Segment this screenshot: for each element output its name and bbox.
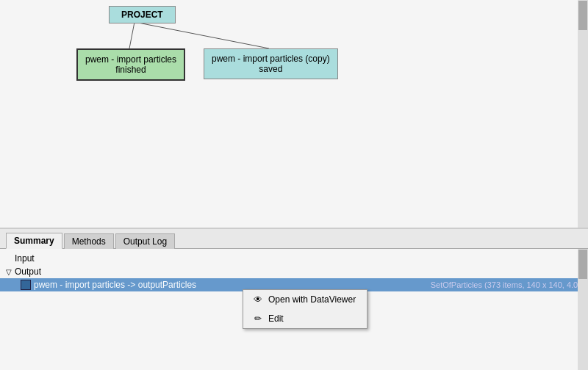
bottom-panel: Summary Methods Output Log Input ▽ Outpu… <box>0 228 588 370</box>
canvas-area: PROJECT pwem - import particles finished… <box>0 0 588 228</box>
tab-methods[interactable]: Methods <box>64 233 114 249</box>
tabs-bar: Summary Methods Output Log <box>0 229 588 249</box>
tree-input-item[interactable]: Input <box>0 252 588 265</box>
output-row-icon <box>21 280 31 290</box>
node-1-line2: finished <box>115 65 146 75</box>
context-menu-open-dataviewer[interactable]: 👁 Open with DataViewer <box>243 290 367 309</box>
tab-summary[interactable]: Summary <box>6 233 62 249</box>
panel-scrollbar[interactable] <box>578 249 588 370</box>
node-2-line1: pwem - import particles (copy) <box>212 54 330 64</box>
edit-label: Edit <box>268 313 284 324</box>
output-row-right-text: SetOfParticles (373 items, 140 x 140, 4.… <box>431 280 585 289</box>
workflow-node-1[interactable]: pwem - import particles finished <box>76 48 185 81</box>
node-1-line1: pwem - import particles <box>85 54 176 65</box>
eye-icon: 👁 <box>252 294 264 305</box>
svg-line-0 <box>129 22 135 48</box>
input-label: Input <box>15 253 35 264</box>
tab-output-log[interactable]: Output Log <box>115 233 175 249</box>
canvas-scrollbar[interactable] <box>578 0 588 228</box>
project-node[interactable]: PROJECT <box>109 6 176 23</box>
context-menu: 👁 Open with DataViewer ✏ Edit <box>243 289 368 329</box>
edit-icon: ✏ <box>252 313 264 324</box>
output-row-text: pwem - import particles -> outputParticl… <box>34 280 425 290</box>
open-dataviewer-label: Open with DataViewer <box>268 294 356 305</box>
output-arrow-icon: ▽ <box>6 268 12 276</box>
panel-content: Input ▽ Output pwem - import particles -… <box>0 249 588 370</box>
connector-lines <box>0 0 588 228</box>
output-label: Output <box>15 266 41 277</box>
svg-line-1 <box>135 22 269 48</box>
workflow-node-2[interactable]: pwem - import particles (copy) saved <box>204 48 338 79</box>
node-2-line2: saved <box>259 64 282 74</box>
tree-output-item[interactable]: ▽ Output <box>0 265 588 278</box>
context-menu-edit[interactable]: ✏ Edit <box>243 309 367 328</box>
